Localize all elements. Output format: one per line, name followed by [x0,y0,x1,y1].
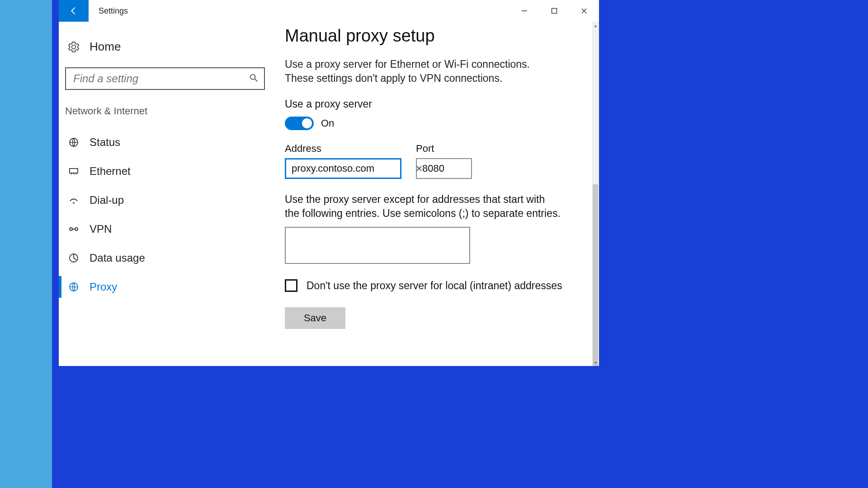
sidebar-section-label: Network & Internet [65,105,265,117]
save-button[interactable]: Save [285,307,345,329]
home-nav[interactable]: Home [65,36,265,57]
port-input-wrap[interactable] [416,158,472,179]
svg-rect-1 [552,9,557,14]
sidebar-item-ethernet[interactable]: Ethernet [65,157,265,186]
gear-icon [68,41,80,53]
sidebar-item-vpn[interactable]: VPN [65,215,265,244]
exceptions-textarea[interactable] [285,227,470,264]
sidebar-item-label: Dial-up [90,194,124,206]
dialup-icon [68,194,80,206]
scroll-up-icon[interactable]: ▴ [592,22,599,29]
address-field-group: Address [285,143,401,179]
page-description: Use a proxy server for Ethernet or Wi-Fi… [285,57,556,85]
sidebar-item-dialup[interactable]: Dial-up [65,186,265,215]
toggle-knob [302,118,312,128]
minimize-button[interactable] [509,0,539,22]
svg-point-6 [73,202,75,204]
port-field-group: Port [416,143,472,179]
svg-rect-5 [70,169,78,173]
proxy-icon [68,281,80,293]
page-title: Manual proxy setup [285,26,585,46]
exceptions-description: Use the proxy server except for addresse… [285,192,561,221]
home-label: Home [90,40,121,54]
local-bypass-label: Don't use the proxy server for local (in… [307,280,562,292]
address-port-row: Address Port [285,143,585,179]
toggle-state: On [321,117,334,129]
sidebar-item-datausage[interactable]: Data usage [65,244,265,272]
window-controls [509,0,599,22]
sidebar-item-label: Status [90,136,120,149]
globe-icon [68,136,80,148]
vpn-icon [68,223,80,235]
scroll-down-icon[interactable]: ▾ [592,359,599,366]
local-bypass-row: Don't use the proxy server for local (in… [285,279,585,292]
sidebar-item-label: Ethernet [90,165,131,178]
sidebar: Home Network & Internet Status Ether [59,22,271,366]
settings-window: Settings Home [59,0,599,366]
port-label: Port [416,143,472,155]
titlebar: Settings [59,0,599,22]
svg-line-3 [255,79,258,82]
svg-point-2 [250,75,255,80]
close-icon [581,8,587,14]
close-button[interactable] [569,0,599,22]
proxy-toggle[interactable] [285,117,314,130]
scrollbar[interactable]: ▴ ▾ [592,22,599,366]
arrow-left-icon [69,6,79,16]
address-input-wrap[interactable] [285,158,401,179]
toggle-label: Use a proxy server [285,98,585,110]
maximize-button[interactable] [539,0,569,22]
svg-point-8 [75,228,78,230]
search-icon [249,73,259,84]
proxy-toggle-row: On [285,117,585,130]
sidebar-item-label: Proxy [90,281,117,293]
minimize-icon [521,8,528,14]
search-box[interactable] [65,67,265,90]
search-input[interactable] [66,68,264,89]
sidebar-item-status[interactable]: Status [65,128,265,157]
address-input[interactable] [292,163,416,174]
sidebar-item-label: Data usage [90,252,145,264]
sidebar-item-label: VPN [90,223,112,235]
back-button[interactable] [59,0,89,22]
window-title: Settings [99,6,128,16]
sidebar-item-proxy[interactable]: Proxy [65,272,265,301]
svg-point-7 [70,228,72,230]
address-label: Address [285,143,401,155]
scrollbar-thumb[interactable] [593,184,598,366]
port-input[interactable] [422,163,466,174]
data-usage-icon [68,252,80,264]
local-bypass-checkbox[interactable] [285,279,297,292]
main-content: Manual proxy setup Use a proxy server fo… [271,22,599,366]
maximize-icon [551,8,557,14]
window-body: Home Network & Internet Status Ether [59,22,599,366]
ethernet-icon [68,165,80,177]
